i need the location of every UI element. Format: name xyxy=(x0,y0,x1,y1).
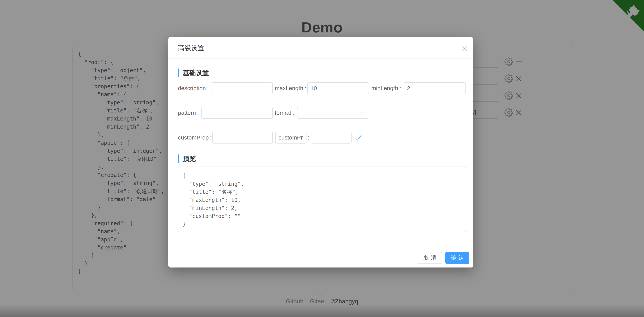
format-select[interactable] xyxy=(297,107,368,119)
customprop-label: customProp: xyxy=(178,132,212,144)
pattern-input[interactable] xyxy=(201,107,273,119)
description-label: description: xyxy=(178,82,209,94)
customprop-key-input[interactable] xyxy=(275,132,306,144)
preview-code: { "type": "string", "title": "名称", "maxL… xyxy=(182,172,244,228)
customprop-value-input[interactable] xyxy=(212,132,273,144)
pair-colon: : xyxy=(308,132,309,144)
minlength-label: minLength: xyxy=(371,82,401,94)
section-accent-bar xyxy=(178,69,179,77)
description-input[interactable] xyxy=(211,82,273,94)
preview-box: { "type": "string", "title": "名称", "maxL… xyxy=(178,167,466,232)
confirm-button[interactable]: 确 认 xyxy=(445,252,469,264)
dialog-header: 高级设置 xyxy=(168,37,473,59)
confirm-check-icon[interactable] xyxy=(354,133,363,142)
chevron-down-icon xyxy=(359,110,365,116)
pattern-label: pattern: xyxy=(178,107,199,119)
bottom-shade xyxy=(0,305,644,317)
section-accent-bar xyxy=(178,154,179,163)
cancel-button[interactable]: 取 消 xyxy=(418,252,442,264)
footer-divider xyxy=(168,248,473,248)
maxlength-label: maxLength: xyxy=(275,82,306,94)
customprop-pair-input[interactable] xyxy=(311,132,352,144)
dialog-title: 高级设置 xyxy=(178,37,204,59)
maxlength-input[interactable] xyxy=(307,82,369,94)
close-icon[interactable] xyxy=(460,44,468,52)
section-preview: 预览 xyxy=(178,154,196,163)
format-label: format: xyxy=(275,107,294,119)
section-basic-settings: 基础设置 xyxy=(178,69,209,77)
advanced-settings-dialog: 高级设置 基础设置 description: maxLength: minLen… xyxy=(168,37,473,267)
minlength-input[interactable] xyxy=(404,82,466,94)
